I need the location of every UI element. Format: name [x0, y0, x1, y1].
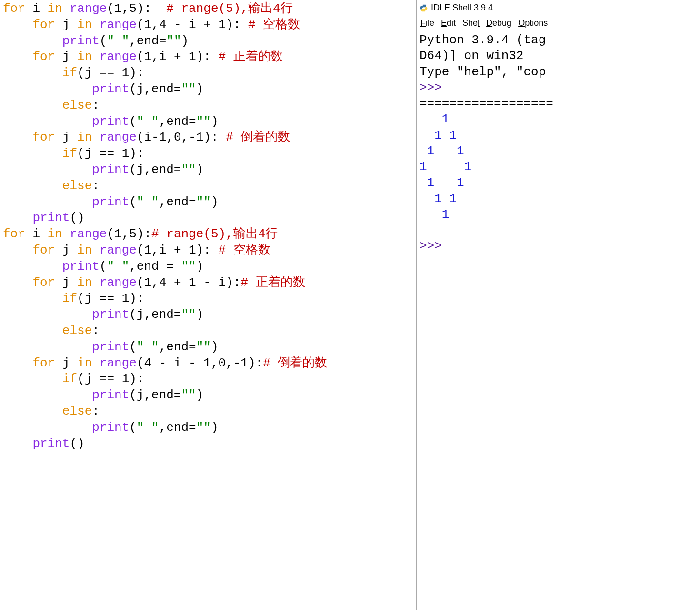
code-token: for [32, 18, 55, 32]
code-token: for [32, 243, 55, 257]
code-token [3, 146, 62, 161]
code-token: ) [211, 420, 219, 435]
code-editor-pane[interactable]: for i in range(1,5): # range(5),输出4行 for… [0, 0, 417, 610]
code-token: in [77, 50, 92, 64]
code-token: if [62, 146, 77, 161]
code-token: print [92, 114, 129, 129]
code-token [3, 307, 92, 322]
code-token: ) [211, 114, 219, 129]
code-token: print [92, 420, 129, 435]
code-token: ,end = [129, 259, 181, 274]
code-token: print [92, 307, 129, 322]
code-token: "" [181, 163, 196, 177]
code-token: ) [211, 195, 219, 209]
code-token [3, 114, 92, 129]
code-token: (1,i + 1): [137, 50, 219, 64]
code-token: print [92, 82, 129, 96]
code-token: ,end= [129, 34, 166, 48]
menu-edit[interactable]: Edit [441, 18, 456, 28]
code-token: " " [137, 340, 159, 354]
code-token: (j,end= [129, 163, 181, 177]
code-token: (1,5): [107, 227, 151, 241]
code-token: (j == 1): [77, 146, 144, 161]
code-token: (j,end= [129, 307, 181, 322]
code-token: ) [196, 82, 204, 96]
code-token: else [62, 404, 92, 418]
code-token: (j,end= [129, 82, 181, 96]
code-token: # 空格数 [248, 18, 300, 32]
code-token: "" [196, 340, 211, 354]
code-token: ) [211, 340, 219, 354]
shell-window-title: IDLE Shell 3.9.4 [431, 3, 493, 13]
code-text[interactable]: for i in range(1,5): # range(5),输出4行 for… [3, 1, 413, 452]
code-token: : [92, 179, 100, 193]
code-token: range [70, 227, 107, 241]
code-token [3, 291, 62, 305]
shell-titlebar: IDLE Shell 3.9.4 [417, 0, 700, 16]
code-token: ,end= [159, 420, 196, 435]
code-token [62, 1, 70, 16]
code-token: if [62, 291, 77, 305]
code-token: # 正着的数 [219, 50, 283, 64]
code-token: range [100, 18, 137, 32]
code-token: (4 - i - 1,0,-1): [137, 356, 263, 370]
code-token: " " [137, 114, 159, 129]
code-token [3, 259, 62, 274]
code-token: for [3, 1, 25, 16]
code-token [3, 50, 32, 64]
code-token: # 空格数 [219, 243, 270, 257]
code-token: in [77, 243, 92, 257]
code-token: i [25, 227, 48, 241]
shell-output-line: 1 1 [420, 128, 457, 142]
code-token [3, 437, 32, 451]
code-token: ) [196, 307, 204, 322]
code-token [3, 66, 62, 80]
code-token: ( [129, 340, 137, 354]
idle-shell-pane: IDLE Shell 3.9.4 File Edit Shel Debug Op… [417, 0, 700, 610]
code-token: (j == 1): [77, 66, 144, 80]
code-token: ( [129, 195, 137, 209]
code-token: range [100, 243, 137, 257]
code-token: # range(5),输出4行 [166, 1, 292, 16]
menu-file[interactable]: File [420, 18, 434, 28]
code-token: "" [181, 82, 196, 96]
code-token [3, 275, 32, 290]
code-token: range [100, 275, 137, 290]
code-token [92, 243, 100, 257]
shell-output-line: 1 1 [420, 144, 464, 158]
shell-program-output: 1 1 1 1 1 1 1 1 1 1 1 1 [420, 112, 471, 222]
code-token: : [92, 324, 100, 338]
shell-banner-line: Type "help", "cop [420, 65, 546, 79]
code-token [92, 130, 100, 144]
code-token: print [92, 340, 129, 354]
menu-shell[interactable]: Shel [462, 18, 480, 28]
shell-prompt: >>> [420, 81, 442, 95]
code-token: in [77, 18, 92, 32]
menu-debug[interactable]: Debug [486, 18, 511, 28]
code-token [3, 82, 92, 96]
code-token: ) [196, 259, 204, 274]
code-token: else [62, 179, 92, 193]
code-token: # 正着的数 [240, 275, 305, 290]
code-token: j [55, 243, 77, 257]
shell-output-area[interactable]: Python 3.9.4 (tag D64)] on win32 Type "h… [417, 30, 700, 610]
code-token: if [62, 66, 77, 80]
code-token: range [70, 1, 107, 16]
svg-point-0 [422, 5, 423, 5]
code-token: ) [196, 163, 204, 177]
code-token: print [92, 163, 129, 177]
shell-output-line: 1 [420, 207, 449, 222]
code-token [3, 179, 62, 193]
code-token: ,end= [159, 340, 196, 354]
code-token: for [3, 227, 25, 241]
code-token [92, 356, 100, 370]
code-token [3, 420, 92, 435]
code-token: (1,5): [107, 1, 166, 16]
shell-banner-line: D64)] on win32 [420, 49, 523, 63]
svg-point-1 [425, 10, 425, 10]
code-token: range [100, 130, 137, 144]
menu-options[interactable]: Options [518, 18, 548, 28]
code-token: (1,4 + 1 - i): [137, 275, 240, 290]
code-token: "" [181, 307, 196, 322]
code-token [3, 130, 32, 144]
